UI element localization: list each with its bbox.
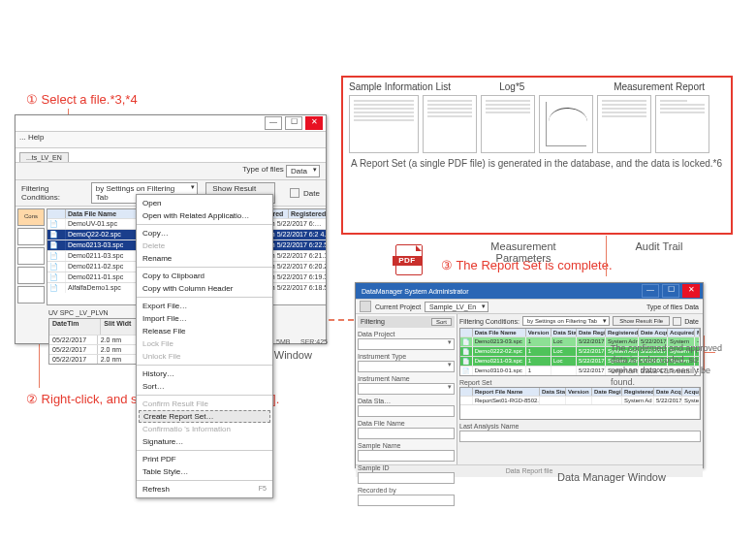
sublabel-params: Measurement Parameters [465, 240, 582, 264]
ctx-export[interactable]: Export File… [137, 300, 272, 312]
lp-i3[interactable] [358, 383, 455, 395]
thumb-sample-info [349, 95, 419, 153]
ctx-openwith[interactable]: Open with Related Applicatio… [137, 209, 272, 222]
t2-c1[interactable]: Data File Name [473, 329, 526, 336]
lp-i1[interactable] [358, 338, 455, 350]
rs-c3[interactable]: Version [566, 388, 592, 396]
ctx-unlock: Unlock File [137, 350, 272, 363]
col-registeredby[interactable]: Registered by [289, 209, 326, 218]
date-label: Date [303, 189, 320, 198]
type-label: Type of files [242, 165, 284, 177]
ctx-clipboard[interactable]: Copy to Clipboard [137, 270, 272, 282]
rp-date-label: Date [684, 318, 699, 325]
ctx-rename[interactable]: Rename [137, 252, 272, 265]
lp-i6[interactable] [358, 450, 455, 462]
ctx-history[interactable]: History… [137, 367, 272, 380]
lp-l8: Recorded by [358, 487, 455, 494]
rs-c1[interactable]: Report File Name [473, 388, 540, 396]
t2-c8[interactable]: Modified [695, 329, 700, 336]
rs-c5[interactable]: Registered [622, 388, 654, 396]
pdf-label: PDF [393, 256, 422, 266]
ctx-printpdf[interactable]: Print PDF [137, 453, 272, 465]
date-checkbox[interactable] [290, 188, 299, 198]
minimize-button[interactable]: — [265, 116, 282, 130]
t2-c2[interactable]: Version [526, 329, 551, 336]
rs-c6[interactable]: Date Acqu [654, 388, 682, 396]
thumb-log [423, 95, 477, 153]
rs-c7[interactable]: Acquired [682, 388, 700, 396]
t2-c7[interactable]: Acquired by [668, 329, 695, 336]
left-btn-3[interactable] [17, 247, 45, 265]
ctx-tablestyle[interactable]: Table Style… [137, 465, 272, 478]
maximize-button[interactable]: ☐ [285, 116, 302, 130]
proj-dropdown[interactable]: Sample_LV_En [425, 302, 488, 312]
ctx-create-report-set[interactable]: Create Report Set… [139, 410, 270, 423]
ctx-foot-b: SER:425 [300, 338, 328, 345]
left-filter-panel: FilteringSort Data Project Instrument Ty… [356, 314, 457, 464]
ctx-copy[interactable]: Copy… [137, 227, 272, 240]
lp-l1: Data Project [358, 331, 455, 337]
rs-row[interactable]: ReportSet01-RGD-8502.pdf System Ad 5/22/… [460, 396, 700, 404]
lp-i5[interactable] [358, 428, 455, 439]
toolbar-icon[interactable] [360, 301, 371, 312]
thumbnails-row [343, 92, 731, 153]
minimize-button-2[interactable]: — [642, 284, 659, 298]
left-btn-2[interactable] [17, 228, 45, 245]
sort-button[interactable]: Sort [431, 318, 452, 326]
callout-text: The confirmed and approved data is color… [611, 343, 727, 389]
rp-date-check[interactable] [673, 317, 681, 326]
tab-project[interactable]: ...ts_LV_EN [19, 152, 69, 162]
t2-c5[interactable]: Registered by [606, 329, 639, 336]
t2-c3[interactable]: Data Sta [551, 329, 577, 336]
type-dropdown[interactable]: Data [286, 165, 320, 177]
ctx-signature[interactable]: Signature… [137, 435, 272, 448]
toolbar-2: Current Project Sample_LV_En Type of fil… [356, 300, 703, 314]
lp-i7[interactable] [358, 472, 455, 484]
ctx-confirm: Confirm Result File [137, 398, 272, 410]
left-button-column: Cons [17, 208, 45, 305]
pdf-icon: PDF [393, 244, 424, 273]
type-label-2: Type of files Data [646, 303, 699, 310]
sub-labels-row: Measurement Parameters Audit Trail [465, 240, 698, 264]
lp-tab[interactable]: Filtering [361, 318, 385, 326]
rs-c4[interactable]: Date Regi [592, 388, 622, 396]
rb-title-2: Log*5 [499, 81, 593, 92]
last-analysis-input[interactable] [459, 431, 701, 442]
lp-i2[interactable] [358, 361, 455, 372]
ctx-delete: Delete [137, 240, 272, 252]
last-analysis-label: Last Analysis Name [459, 423, 701, 430]
rs-c2[interactable]: Data Sta [540, 388, 566, 396]
close-button[interactable]: ✕ [305, 116, 323, 130]
win2-caption: Data Manager Window [557, 471, 666, 483]
thumb-log-2 [481, 95, 535, 153]
reportset-table[interactable]: Report File Name Data Sta Version Date R… [459, 387, 701, 420]
ctx-clipboard-header[interactable]: Copy with Column Header [137, 282, 272, 295]
ctx-refresh[interactable]: RefreshF5 [137, 483, 272, 495]
thumb-measurement-report [539, 95, 593, 153]
title-bar-2: DataManager System Administrator — ☐ ✕ [356, 283, 703, 300]
ctx-lock: Lock File [137, 337, 272, 350]
ctx-sort[interactable]: Sort… [137, 380, 272, 393]
lp-l7: Sample ID [358, 464, 455, 471]
report-description: A Report Set (a single PDF file) is gene… [343, 153, 731, 175]
maximize-button-2[interactable]: ☐ [662, 284, 679, 298]
left-btn-cons[interactable]: Cons [17, 208, 45, 226]
rp-show-btn[interactable]: Show Result File [613, 316, 670, 326]
ctx-open[interactable]: Open [137, 197, 272, 209]
close-button-2[interactable]: ✕ [682, 284, 700, 298]
type-line: Type of files Data [16, 163, 326, 180]
left-btn-4[interactable] [17, 267, 45, 284]
lp-i4[interactable] [358, 405, 455, 417]
ctx-import[interactable]: Import File… [137, 312, 272, 325]
lp-l6: Sample Name [358, 442, 455, 449]
step-1-label: ① Select a file.*3,*4 [26, 92, 138, 107]
ctx-release[interactable]: Release File [137, 325, 272, 337]
thumb-params [597, 95, 651, 153]
subcol-datetime[interactable]: DateTim [49, 319, 101, 335]
t2-c4[interactable]: Date Regi [577, 329, 606, 336]
lp-i8[interactable] [358, 495, 455, 506]
menu-bar[interactable]: ... Help [16, 132, 326, 148]
rp-filter-dropdown[interactable]: by Settings on Filtering Tab [522, 316, 610, 326]
t2-c6[interactable]: Date Acqu [639, 329, 668, 336]
left-btn-5[interactable] [17, 286, 45, 303]
